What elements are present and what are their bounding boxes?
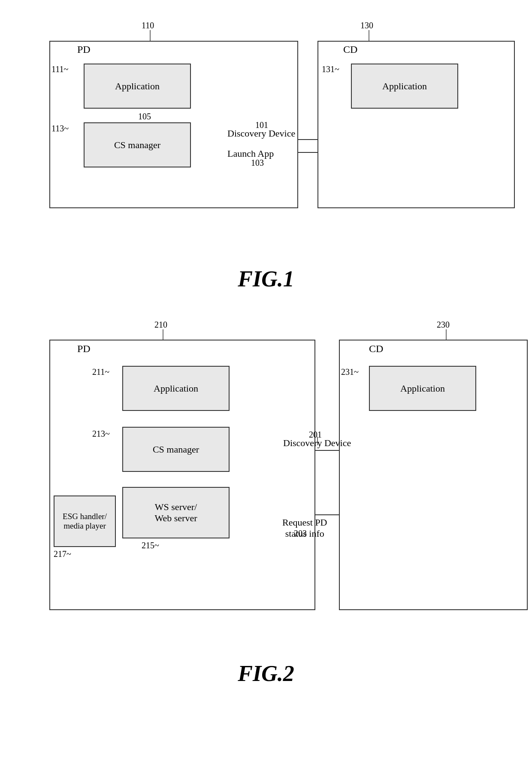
fig2-pd-label: PD bbox=[77, 343, 91, 355]
page: 110 PD 111~ Application 105 113~ CS mana… bbox=[0, 0, 532, 766]
fig2-ref-217: 217~ bbox=[54, 549, 71, 559]
fig2-app1-label: Application bbox=[154, 383, 198, 394]
fig2-cs-manager-label: CS manager bbox=[153, 444, 199, 455]
fig2-diagram: 210 PD 211~ Application 213~ CS manager … bbox=[17, 317, 515, 652]
fig1-ref-110: 110 bbox=[142, 21, 154, 30]
fig2-request-label: Request PD status info bbox=[282, 517, 327, 539]
fig1-diagram: 110 PD 111~ Application 105 113~ CS mana… bbox=[17, 17, 515, 258]
fig2-ref-213: 213~ bbox=[92, 429, 110, 439]
fig1-app1-label: Application bbox=[115, 81, 160, 92]
fig2-cd-label: CD bbox=[369, 343, 383, 355]
fig2-app2-box: Application bbox=[369, 366, 476, 411]
fig2-ref-231: 231~ bbox=[341, 367, 359, 377]
fig1-discovery-label: Discovery Device bbox=[227, 128, 295, 139]
fig1-ref-131: 131~ bbox=[322, 64, 339, 74]
fig1-ref-103: 103 bbox=[251, 158, 264, 168]
fig1-label: FIG.1 bbox=[17, 266, 515, 292]
fig1-pd-label: PD bbox=[77, 44, 91, 55]
fig2-label: FIG.2 bbox=[17, 661, 515, 686]
fig1-app2-label: Application bbox=[382, 81, 427, 92]
fig1-app2-box: Application bbox=[351, 64, 458, 109]
fig2-cs-manager-box: CS manager bbox=[122, 427, 230, 472]
fig2-discovery-label: Discovery Device bbox=[283, 438, 351, 449]
fig2-ws-server-label: WS server/ Web server bbox=[154, 502, 197, 524]
fig2-esg-handler-box: ESG handler/ media player bbox=[54, 495, 116, 547]
fig1-ref-113: 113~ bbox=[51, 124, 69, 134]
fig1-cs-manager-box: CS manager bbox=[84, 122, 191, 167]
fig2-app1-box: Application bbox=[122, 366, 230, 411]
fig1-ref-130: 130 bbox=[360, 21, 373, 30]
fig2-ref-215: 215~ bbox=[142, 541, 159, 550]
fig2-container: 210 PD 211~ Application 213~ CS manager … bbox=[17, 317, 515, 652]
fig1-container: 110 PD 111~ Application 105 113~ CS mana… bbox=[17, 17, 515, 258]
fig1-ref-105: 105 bbox=[138, 112, 151, 122]
fig1-ref-111: 111~ bbox=[51, 64, 68, 74]
fig1-app1-box: Application bbox=[84, 64, 191, 109]
fig2-ws-server-box: WS server/ Web server bbox=[122, 487, 230, 538]
fig2-app2-label: Application bbox=[400, 383, 445, 394]
fig2-ref-210: 210 bbox=[154, 320, 167, 330]
fig1-cs-manager-label: CS manager bbox=[114, 140, 160, 151]
fig2-esg-handler-label: ESG handler/ media player bbox=[63, 512, 107, 531]
fig2-ref-230: 230 bbox=[437, 320, 450, 330]
fig2-ref-211: 211~ bbox=[92, 367, 109, 377]
fig1-cd-label: CD bbox=[343, 44, 357, 55]
